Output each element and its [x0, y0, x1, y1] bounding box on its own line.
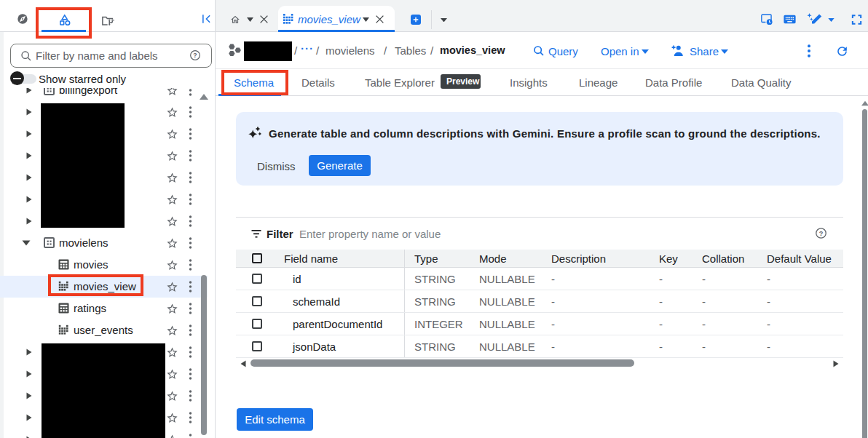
svg-text:?: ?	[193, 52, 197, 59]
svg-text:?: ?	[819, 230, 824, 237]
